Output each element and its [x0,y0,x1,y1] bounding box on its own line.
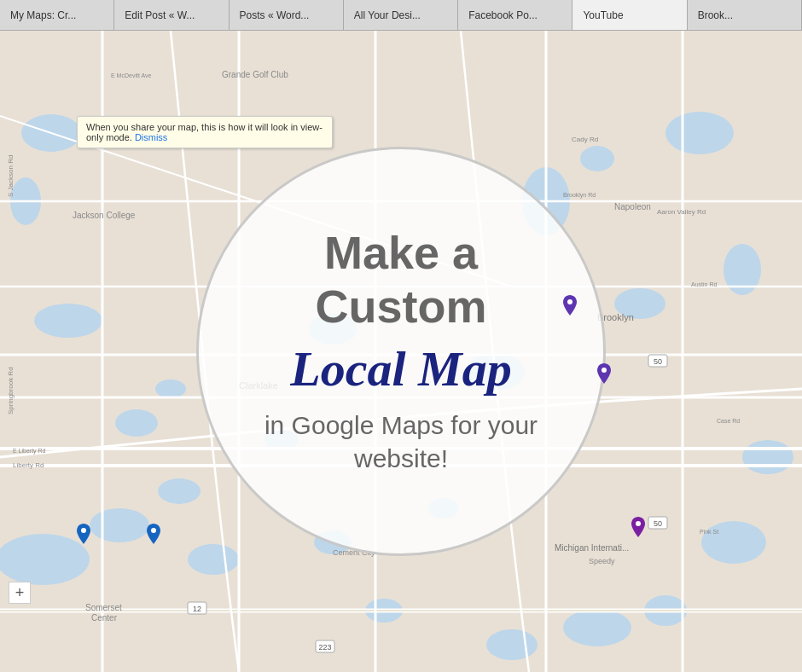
svg-text:50: 50 [654,519,662,528]
svg-point-20 [563,609,631,646]
svg-point-13 [580,146,614,171]
map-container: S Jackson Rd Springbrook Rd E McDevitt A… [0,31,802,672]
svg-text:E Liberty Rd: E Liberty Rd [13,448,46,455]
svg-text:Michigan Internati...: Michigan Internati... [555,543,629,553]
svg-point-18 [701,521,766,564]
tab-posts[interactable]: Posts « Word... [230,0,344,30]
map-pin-2[interactable] [143,524,164,553]
svg-text:Speedy: Speedy [589,557,615,565]
map-pin-1[interactable] [73,524,94,553]
tab-youtube[interactable]: YouTube [572,0,687,30]
title-line1: Make a [324,228,478,278]
overlay-circle: Make a Custom Local Map in Google Maps f… [196,147,606,556]
svg-point-5 [158,478,200,504]
svg-text:E McDevitt Ave: E McDevitt Ave [111,72,151,78]
svg-text:Napoleon: Napoleon [614,202,651,211]
svg-point-2 [34,304,102,338]
svg-text:Center: Center [91,613,118,623]
svg-text:Aaron Valley Rd: Aaron Valley Rd [657,208,706,216]
title-line4: in Google Maps for your website! [264,408,538,475]
map-pin-4[interactable] [594,363,614,392]
svg-point-24 [115,409,158,437]
svg-point-21 [486,629,538,660]
zoom-controls: + [9,582,31,604]
svg-text:S Jackson Rd: S Jackson Rd [7,155,15,197]
svg-text:Jackson College: Jackson College [73,211,136,220]
tab-all-your[interactable]: All Your Desi... [344,0,458,30]
map-pin-3[interactable] [560,295,580,324]
svg-point-71 [636,521,641,526]
dismiss-link[interactable]: Dismiss [135,132,168,142]
tab-edit-post[interactable]: Edit Post « W... [114,0,229,30]
svg-point-4 [90,508,149,542]
svg-point-69 [567,299,572,304]
svg-text:Liberty Rd: Liberty Rd [13,461,44,469]
svg-text:Brooklyn Rd: Brooklyn Rd [563,192,596,199]
svg-text:50: 50 [654,357,662,366]
svg-text:12: 12 [193,605,201,613]
title-line3: Local Map [290,339,511,399]
svg-text:Pink St: Pink St [700,529,718,535]
svg-point-68 [151,528,156,533]
tab-bar: My Maps: Cr... Edit Post « W... Posts « … [0,0,802,31]
svg-text:Grande Golf Club: Grande Golf Club [222,70,288,79]
zoom-in-button[interactable]: + [9,582,31,604]
title-line2: Custom [316,281,487,332]
svg-text:Somerset: Somerset [85,603,122,612]
map-pin-5[interactable] [628,517,648,546]
svg-point-17 [742,440,793,474]
svg-text:Austin Rd: Austin Rd [691,281,717,287]
svg-point-6 [188,544,239,575]
map-tooltip: When you share your map, this is how it … [77,116,333,148]
svg-point-67 [81,528,86,533]
svg-point-70 [602,368,607,373]
svg-text:Cady Rd: Cady Rd [572,136,598,143]
svg-point-23 [155,379,186,398]
tab-my-maps[interactable]: My Maps: Cr... [0,0,114,30]
tab-facebook[interactable]: Facebook Po... [458,0,572,30]
tab-brook[interactable]: Brook... [688,0,802,30]
svg-text:Springbrook Rd: Springbrook Rd [7,367,15,414]
svg-point-15 [665,112,734,154]
svg-text:Case Rd: Case Rd [717,418,740,424]
svg-text:223: 223 [318,643,331,652]
